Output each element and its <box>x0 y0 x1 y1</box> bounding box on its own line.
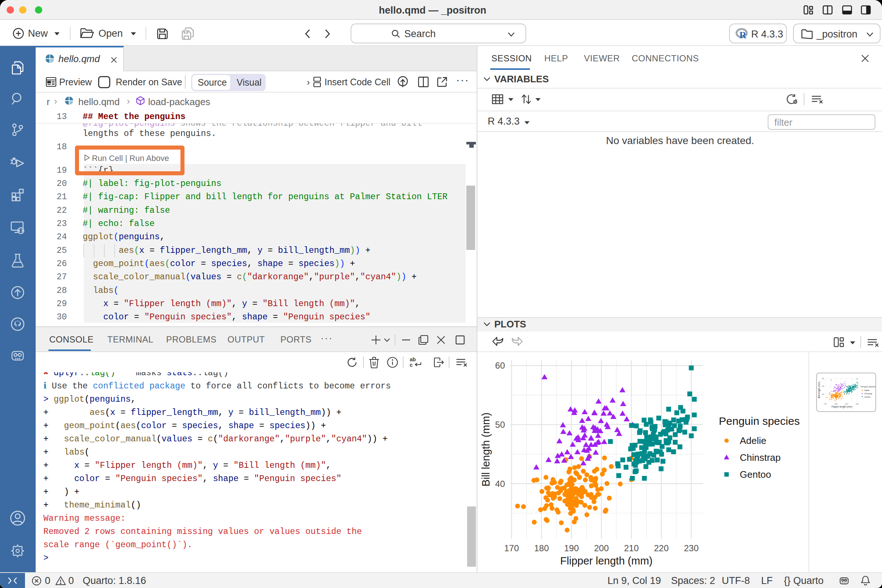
svg-text:190: 190 <box>834 403 837 405</box>
svg-text:Flipper length (mm): Flipper length (mm) <box>832 405 852 408</box>
svg-text:220: 220 <box>654 543 669 553</box>
svg-text:210: 210 <box>624 543 639 553</box>
svg-text:Gentoo: Gentoo <box>864 396 871 398</box>
svg-text:230: 230 <box>855 403 859 405</box>
svg-text:Adelie: Adelie <box>740 435 766 446</box>
svg-text:230: 230 <box>684 543 699 553</box>
svg-text:Adelie: Adelie <box>864 389 870 392</box>
svg-text:190: 190 <box>564 543 579 553</box>
svg-text:170: 170 <box>824 403 827 405</box>
svg-text:210: 210 <box>845 403 848 405</box>
svg-text:Penguin species: Penguin species <box>861 386 875 388</box>
svg-text:Chinstrap: Chinstrap <box>864 393 873 395</box>
svg-text:50: 50 <box>495 420 505 430</box>
svg-text:50: 50 <box>822 385 824 387</box>
svg-text:Bill length (mm): Bill length (mm) <box>480 412 492 486</box>
svg-text:Bill length (mm): Bill length (mm) <box>818 381 820 398</box>
svg-text:Chinstrap: Chinstrap <box>740 452 781 463</box>
svg-text:40: 40 <box>822 393 824 395</box>
svg-text:c: c <box>410 362 413 368</box>
svg-text:60: 60 <box>495 360 505 370</box>
svg-text:Penguin species: Penguin species <box>719 415 800 427</box>
svg-text:ab: ab <box>410 357 416 362</box>
svg-text:60: 60 <box>822 377 824 380</box>
svg-text:180: 180 <box>534 543 549 553</box>
svg-text:Gentoo: Gentoo <box>740 469 771 480</box>
svg-text:40: 40 <box>495 479 505 489</box>
svg-text:170: 170 <box>504 543 519 553</box>
svg-text:R: R <box>740 30 746 40</box>
svg-text:Flipper length (mm): Flipper length (mm) <box>560 555 652 567</box>
svg-text:200: 200 <box>594 543 609 553</box>
